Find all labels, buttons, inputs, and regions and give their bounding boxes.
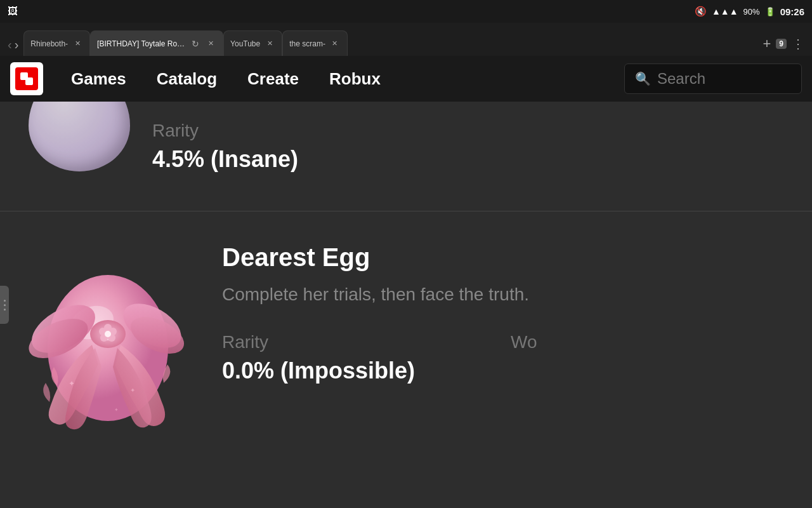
top-rarity-col: Rarity 4.5% (Insane) — [152, 121, 298, 173]
second-stat-label: Wo — [511, 332, 799, 352]
tab-close-icon[interactable]: ✕ — [72, 38, 83, 50]
handle-dot-1 — [4, 300, 6, 302]
tab-title: the scram- — [289, 39, 325, 48]
top-egg-image — [29, 102, 130, 171]
item-main-section: ✦ ✦ ✦ — [0, 211, 812, 465]
nav-games[interactable]: Games — [56, 56, 141, 102]
sidebar-handle[interactable] — [0, 286, 9, 324]
dearest-egg-svg: ✦ ✦ ✦ — [13, 240, 203, 437]
tab-scram[interactable]: the scram- ✕ — [282, 30, 348, 56]
item-description: Complete her trials, then face the truth… — [222, 282, 799, 307]
nav-create[interactable]: Create — [232, 56, 314, 102]
tab-rhineboth[interactable]: Rhineboth- ✕ — [23, 30, 90, 56]
tab-title: Rhineboth- — [30, 39, 68, 48]
status-left: 🖼 — [8, 6, 18, 17]
item-top-info: Rarity 4.5% (Insane) — [140, 102, 812, 192]
tab-refresh-icon[interactable]: ↻ — [190, 38, 201, 50]
handle-dot-3 — [4, 309, 6, 311]
clock: 09:26 — [780, 6, 804, 17]
signal-icon: ▲▲▲ — [712, 6, 738, 17]
roblox-logo[interactable] — [10, 62, 43, 95]
content-area: Rarity 4.5% (Insane) — [0, 102, 812, 508]
mute-icon: 🔇 — [695, 6, 707, 17]
svg-text:✦: ✦ — [130, 387, 135, 394]
svg-point-16 — [105, 331, 111, 337]
item-main-info: Dearest Egg Complete her trials, then fa… — [216, 231, 812, 384]
back-button[interactable]: ‹ — [8, 37, 12, 52]
tab-birthday-toytale[interactable]: [BIRTHDAY] Toytale Roleplay – ↻ ✕ — [90, 30, 223, 56]
rarity-stat-value: 0.0% (Impossible) — [222, 358, 511, 384]
item-stats: Rarity 0.0% (Impossible) Wo — [222, 332, 799, 384]
item-top-image — [0, 102, 140, 178]
top-rarity-label: Rarity — [152, 121, 298, 141]
battery-percent: 90% — [743, 7, 760, 17]
item-main-image: ✦ ✦ ✦ — [0, 231, 216, 446]
svg-text:✦: ✦ — [114, 407, 119, 413]
tab-bar: ‹ › Rhineboth- ✕ [BIRTHDAY] Toytale Role… — [0, 23, 812, 56]
new-tab-button[interactable]: + — [763, 36, 771, 52]
handle-dots — [4, 300, 6, 311]
tab-youtube[interactable]: YouTube ✕ — [223, 30, 282, 56]
tab-actions: + 9 ⋮ — [757, 36, 809, 56]
rarity-stat-label: Rarity — [222, 332, 511, 352]
status-right: 🔇 ▲▲▲ 90% 🔋 09:26 — [695, 6, 804, 17]
nav-links: Games Catalog Create Robux — [56, 56, 624, 102]
forward-button[interactable]: › — [15, 37, 19, 52]
tab-count-badge[interactable]: 9 — [776, 39, 787, 49]
nav-catalog[interactable]: Catalog — [141, 56, 232, 102]
menu-button[interactable]: ⋮ — [792, 36, 804, 51]
svg-rect-2 — [25, 77, 33, 85]
tab-title: [BIRTHDAY] Toytale Roleplay – — [97, 39, 186, 48]
status-bar: 🖼 🔇 ▲▲▲ 90% 🔋 09:26 — [0, 0, 812, 23]
rarity-stat-col: Rarity 0.0% (Impossible) — [222, 332, 511, 384]
nav-robux[interactable]: Robux — [314, 56, 396, 102]
tab-title: YouTube — [230, 39, 260, 48]
top-rarity-value: 4.5% (Insane) — [152, 146, 298, 173]
search-placeholder: Search — [657, 70, 705, 88]
battery-icon: 🔋 — [765, 7, 775, 17]
search-icon: 🔍 — [635, 71, 651, 86]
handle-dot-2 — [4, 304, 6, 306]
tab-close-active-icon[interactable]: ✕ — [205, 38, 216, 50]
item-name: Dearest Egg — [222, 243, 799, 272]
second-stat-col: Wo — [511, 332, 799, 384]
tab-navigation: ‹ › — [3, 37, 23, 56]
gallery-icon: 🖼 — [8, 6, 18, 17]
svg-text:✦: ✦ — [69, 379, 75, 388]
tab-close-scram-icon[interactable]: ✕ — [329, 38, 341, 50]
tab-close-youtube-icon[interactable]: ✕ — [264, 38, 275, 50]
nav-bar: Games Catalog Create Robux 🔍 Search — [0, 56, 812, 102]
item-top-section: Rarity 4.5% (Insane) — [0, 102, 812, 211]
roblox-logo-svg — [14, 66, 39, 91]
search-box[interactable]: 🔍 Search — [624, 64, 802, 94]
